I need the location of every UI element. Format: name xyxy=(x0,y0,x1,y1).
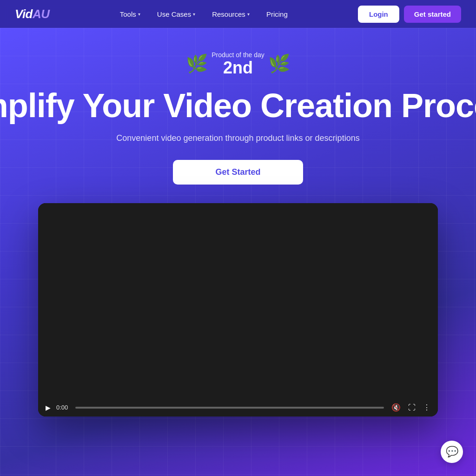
get-started-nav-button[interactable]: Get started xyxy=(404,6,461,23)
video-player[interactable]: ▶ 0:00 🔇 ⛶ ⋮ xyxy=(38,203,438,416)
video-time: 0:00 xyxy=(56,404,68,411)
resources-chevron-icon: ▾ xyxy=(247,12,250,17)
nav-use-cases[interactable]: Use Cases ▾ xyxy=(151,7,202,22)
more-options-icon[interactable]: ⋮ xyxy=(423,403,430,412)
badge-wreath: 🌿 Product of the day 2nd 🌿 xyxy=(186,51,290,76)
nav-resources[interactable]: Resources ▾ xyxy=(205,7,256,22)
hero-section: 🌿 Product of the day 2nd 🌿 Simplify Your… xyxy=(0,28,476,476)
logo-vid: Vid xyxy=(15,7,33,21)
badge-text: Product of the day 2nd xyxy=(212,51,264,76)
login-button[interactable]: Login xyxy=(358,6,399,23)
hero-subtitle: Convenient video generation through prod… xyxy=(116,133,359,143)
nav-pricing[interactable]: Pricing xyxy=(260,7,294,22)
video-right-controls: 🔇 ⛶ ⋮ xyxy=(391,403,430,412)
logo[interactable]: VidAU xyxy=(15,7,50,21)
mute-icon[interactable]: 🔇 xyxy=(391,403,401,412)
fullscreen-icon[interactable]: ⛶ xyxy=(408,403,416,412)
use-cases-chevron-icon: ▾ xyxy=(193,12,195,17)
video-controls-bar: ▶ 0:00 🔇 ⛶ ⋮ xyxy=(38,398,438,416)
hero-title: Simplify Your Video Creation Process xyxy=(0,87,476,124)
wreath-left-icon: 🌿 xyxy=(186,55,208,73)
video-screen xyxy=(38,203,438,398)
navbar: VidAU Tools ▾ Use Cases ▾ Resources ▾ Pr… xyxy=(0,0,476,28)
nav-links: Tools ▾ Use Cases ▾ Resources ▾ Pricing xyxy=(113,7,294,22)
tools-chevron-icon: ▾ xyxy=(138,12,140,17)
chat-widget[interactable]: 💬 xyxy=(441,441,463,463)
nav-tools[interactable]: Tools ▾ xyxy=(113,7,147,22)
logo-au: AU xyxy=(33,7,50,21)
get-started-hero-button[interactable]: Get Started xyxy=(173,160,303,185)
progress-bar[interactable] xyxy=(75,407,384,409)
play-button[interactable]: ▶ xyxy=(46,404,51,411)
wreath-right-icon: 🌿 xyxy=(268,55,290,73)
product-of-day-badge: 🌿 Product of the day 2nd 🌿 xyxy=(186,51,290,76)
chat-icon: 💬 xyxy=(446,446,458,458)
nav-actions: Login Get started xyxy=(358,6,461,23)
